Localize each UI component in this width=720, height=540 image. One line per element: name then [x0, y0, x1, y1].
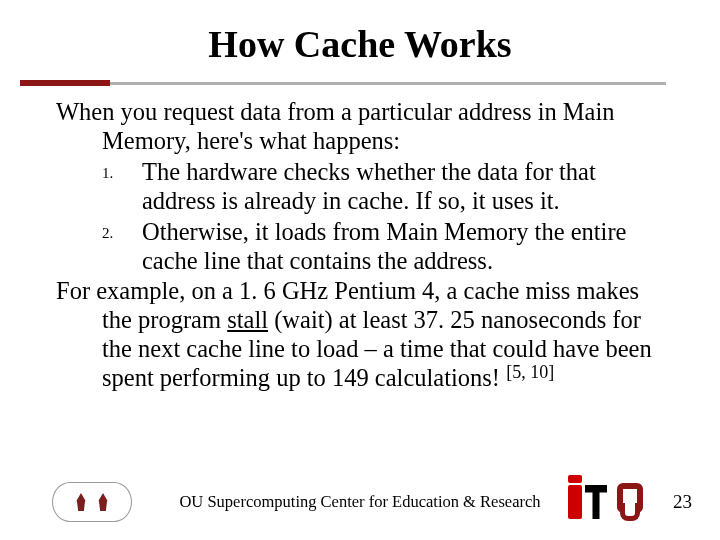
slide: How Cache Works When you request data fr… — [0, 0, 720, 540]
slide-title: How Cache Works — [0, 0, 720, 74]
example-paragraph: For example, on a 1. 6 GHz Pentium 4, a … — [56, 277, 662, 393]
it-logo — [568, 485, 607, 519]
rule-accent — [20, 80, 110, 86]
oscer-logo — [52, 482, 132, 522]
list-text: Otherwise, it loads from Main Memory the… — [142, 218, 662, 276]
list-number: 1. — [102, 158, 142, 216]
body-text: When you request data from a particular … — [0, 98, 720, 393]
ou-logo — [615, 483, 645, 521]
footer-logos — [568, 483, 645, 521]
it-logo-t-icon — [585, 485, 607, 519]
ou-logo-u-icon — [620, 503, 640, 521]
horse-icon — [74, 493, 88, 511]
it-logo-i-icon — [568, 485, 582, 519]
list-item: 1. The hardware checks whether the data … — [102, 158, 662, 216]
footer: OU Supercomputing Center for Education &… — [0, 478, 720, 526]
list-text: The hardware checks whether the data for… — [142, 158, 662, 216]
intro-paragraph: When you request data from a particular … — [56, 98, 662, 156]
title-rule — [20, 76, 666, 88]
citation-refs: [5, 10] — [506, 362, 554, 382]
rule-gray — [20, 82, 666, 85]
horse-icon — [96, 493, 110, 511]
footer-text: OU Supercomputing Center for Education &… — [132, 492, 568, 512]
example-underlined: stall — [227, 306, 268, 333]
list-number: 2. — [102, 218, 142, 276]
page-number: 23 — [673, 491, 692, 513]
list-item: 2. Otherwise, it loads from Main Memory … — [102, 218, 662, 276]
